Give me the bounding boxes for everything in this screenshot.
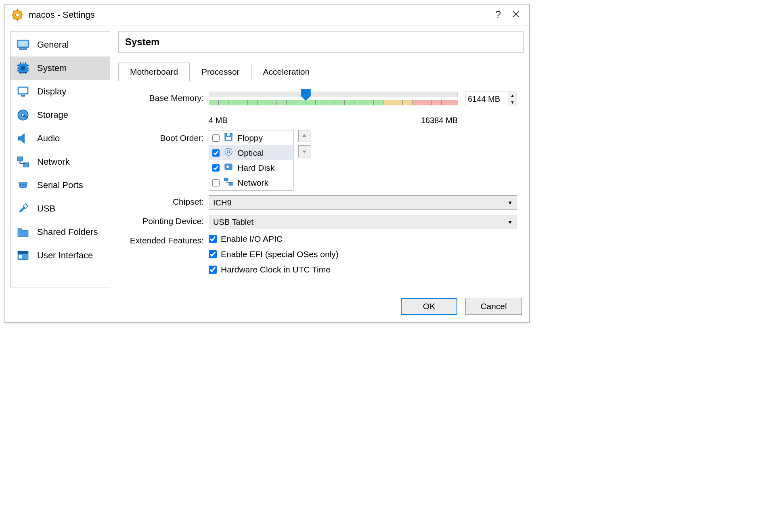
boot-move-down-button[interactable]	[298, 145, 310, 157]
svg-rect-32	[17, 157, 23, 161]
boot-item-optical[interactable]: Optical	[209, 145, 293, 160]
memory-input[interactable]	[465, 92, 508, 106]
sidebar-item-label: Network	[37, 157, 70, 167]
svg-line-8	[13, 18, 15, 19]
memory-slider[interactable]	[209, 92, 458, 97]
sidebar-item-label: Storage	[37, 110, 68, 120]
svg-rect-39	[18, 251, 28, 253]
boot-item-network[interactable]: Network	[209, 175, 293, 190]
sidebar-item-sharedfolders[interactable]: Shared Folders	[10, 220, 110, 244]
feature-utc[interactable]: Hardware Clock in UTC Time	[209, 265, 517, 274]
sidebar-item-network[interactable]: Network	[10, 150, 110, 174]
chip-icon	[16, 61, 30, 75]
boot-move-up-button[interactable]	[298, 130, 310, 142]
main-panel: System Motherboard Processor Acceleratio…	[118, 31, 524, 287]
extended-features-label: Extended Features:	[125, 234, 209, 245]
chevron-down-icon: ▼	[507, 219, 513, 225]
sidebar-item-label: User Interface	[37, 250, 93, 261]
serial-icon	[16, 178, 30, 192]
boot-item-harddisk[interactable]: Hard Disk	[209, 160, 293, 175]
svg-rect-29	[21, 95, 25, 96]
cancel-button[interactable]: Cancel	[465, 298, 522, 315]
apic-checkbox[interactable]	[209, 235, 217, 243]
tab-label: Processor	[201, 67, 240, 76]
sidebar-item-label: Audio	[37, 133, 60, 144]
boot-item-label: Optical	[237, 148, 264, 158]
page-title: System	[118, 31, 524, 53]
sidebar-item-system[interactable]: System	[10, 57, 110, 80]
cancel-label: Cancel	[480, 302, 507, 311]
boot-item-floppy[interactable]: Floppy	[209, 130, 293, 145]
svg-line-6	[13, 10, 15, 12]
utc-checkbox[interactable]	[209, 266, 217, 274]
ok-button[interactable]: OK	[401, 298, 457, 315]
chipset-dropdown[interactable]: ICH9 ▼	[209, 195, 517, 210]
monitor-icon	[16, 38, 30, 52]
storage-icon	[16, 108, 30, 122]
boot-floppy-checkbox[interactable]	[212, 134, 220, 142]
ui-icon	[16, 249, 30, 262]
chipset-value: ICH9	[213, 198, 232, 207]
pointing-device-value: USB Tablet	[213, 218, 253, 227]
sidebar-item-storage[interactable]: Storage	[10, 103, 110, 127]
arrow-up-icon	[302, 133, 307, 139]
folder-icon	[16, 225, 30, 239]
help-button[interactable]: ?	[492, 8, 504, 21]
ok-label: OK	[423, 302, 435, 311]
svg-point-36	[25, 184, 26, 185]
tab-label: Motherboard	[130, 67, 178, 76]
boot-item-label: Network	[237, 178, 268, 188]
efi-checkbox[interactable]	[209, 250, 217, 258]
utc-label: Hardware Clock in UTC Time	[221, 265, 331, 274]
svg-rect-14	[21, 66, 25, 71]
boot-item-label: Floppy	[237, 133, 263, 143]
sidebar-item-label: Serial Ports	[37, 180, 83, 191]
sidebar-item-label: System	[37, 63, 67, 73]
memory-max-label: 16384 MB	[421, 116, 458, 125]
network-small-icon	[224, 177, 233, 189]
svg-rect-42	[227, 133, 230, 136]
svg-rect-40	[19, 255, 21, 259]
memory-min-label: 4 MB	[209, 116, 228, 125]
pointing-device-dropdown[interactable]: USB Tablet ▼	[209, 215, 517, 229]
close-button[interactable]	[510, 10, 522, 20]
tabs: Motherboard Processor Acceleration	[118, 63, 524, 81]
sidebar-item-serialports[interactable]: Serial Ports	[10, 174, 110, 197]
feature-apic[interactable]: Enable I/O APIC	[209, 234, 517, 244]
window-title: macos - Settings	[29, 10, 486, 20]
apic-label: Enable I/O APIC	[221, 234, 283, 244]
svg-rect-48	[224, 178, 228, 181]
sidebar-item-audio[interactable]: Audio	[10, 127, 110, 150]
chipset-label: Chipset:	[125, 195, 209, 207]
sidebar-item-userinterface[interactable]: User Interface	[10, 244, 110, 267]
sidebar-item-usb[interactable]: USB	[10, 197, 110, 220]
boot-network-checkbox[interactable]	[212, 179, 220, 186]
tab-panel-motherboard: Base Memory:	[118, 81, 524, 287]
svg-line-7	[20, 18, 22, 19]
tab-motherboard[interactable]: Motherboard	[118, 63, 190, 81]
sidebar-item-label: General	[37, 40, 69, 50]
svg-point-35	[22, 184, 23, 185]
app-gear-icon	[12, 9, 23, 21]
memory-spin-down[interactable]: ▼	[508, 99, 517, 106]
memory-spin-up[interactable]: ▲	[508, 92, 517, 99]
svg-rect-28	[19, 88, 27, 93]
boot-harddisk-checkbox[interactable]	[212, 164, 220, 172]
settings-window: macos - Settings ? General System Displa…	[4, 4, 530, 323]
boot-order-list[interactable]: Floppy Optical Hard	[209, 130, 293, 191]
tab-label: Acceleration	[263, 67, 310, 76]
settings-sidebar: General System Display Storage Audio Net…	[10, 31, 110, 287]
tab-processor[interactable]: Processor	[190, 63, 251, 81]
svg-point-45	[227, 151, 230, 153]
sidebar-item-display[interactable]: Display	[10, 80, 110, 103]
memory-spinbox[interactable]: ▲ ▼	[465, 92, 517, 106]
sidebar-item-general[interactable]: General	[10, 33, 110, 57]
svg-rect-11	[18, 41, 27, 46]
sidebar-item-label: Display	[37, 86, 66, 97]
feature-efi[interactable]: Enable EFI (special OSes only)	[209, 249, 517, 259]
boot-optical-checkbox[interactable]	[212, 149, 220, 157]
memory-slider-thumb[interactable]	[301, 89, 311, 101]
tab-acceleration[interactable]: Acceleration	[251, 63, 322, 81]
sidebar-item-label: USB	[37, 203, 55, 214]
display-icon	[16, 85, 30, 98]
